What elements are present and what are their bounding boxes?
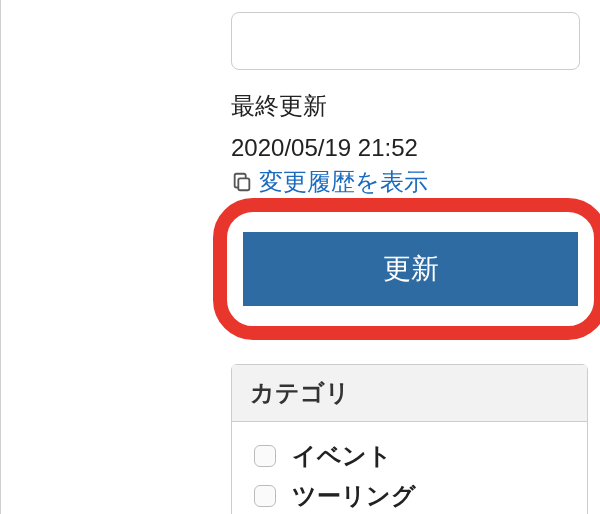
highlight-annotation: 更新 bbox=[213, 198, 600, 340]
last-update-label: 最終更新 bbox=[231, 90, 580, 122]
copy-icon bbox=[231, 171, 253, 193]
checkbox[interactable] bbox=[254, 485, 276, 507]
category-header: カテゴリ bbox=[232, 365, 587, 422]
category-label: ツーリング bbox=[292, 480, 416, 512]
last-update-timestamp: 2020/05/19 21:52 bbox=[231, 134, 580, 162]
category-label: イベント bbox=[292, 440, 392, 472]
category-panel: カテゴリ イベント ツーリング ビートのまめ知識 bbox=[231, 364, 588, 514]
checkbox[interactable] bbox=[254, 445, 276, 467]
panel-inner: 最終更新 2020/05/19 21:52 変更履歴を表示 更新 カテゴリ イベ… bbox=[191, 0, 600, 514]
list-item: ツーリング bbox=[254, 480, 565, 512]
history-link[interactable]: 変更履歴を表示 bbox=[231, 166, 428, 198]
update-button[interactable]: 更新 bbox=[243, 232, 578, 306]
title-input[interactable] bbox=[231, 12, 580, 70]
category-list: イベント ツーリング ビートのまめ知識 bbox=[232, 422, 587, 514]
sidebar-panel: 最終更新 2020/05/19 21:52 変更履歴を表示 更新 カテゴリ イベ… bbox=[0, 0, 600, 514]
list-item: イベント bbox=[254, 440, 565, 472]
history-link-text: 変更履歴を表示 bbox=[259, 166, 428, 198]
svg-rect-0 bbox=[238, 178, 249, 190]
